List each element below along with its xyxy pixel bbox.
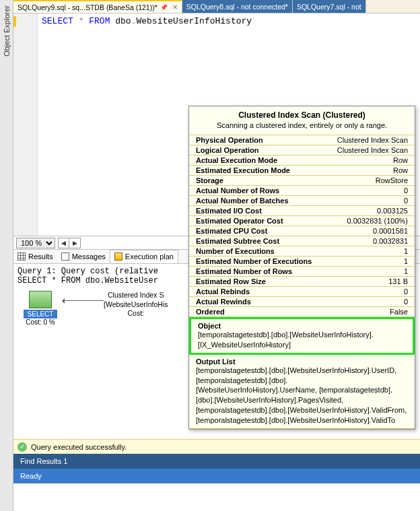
tooltip-subtitle: Scanning a clustered index, entirely or … xyxy=(189,121,415,135)
messages-icon xyxy=(61,252,69,261)
tab-label: SQLQuery9.sql - sq...STDB (BaneSa (121))… xyxy=(18,3,158,11)
tooltip-props: Physical OperationClustered Index Scan L… xyxy=(189,135,415,317)
zoom-nav: ◀ ▶ xyxy=(58,238,81,248)
operator-tooltip: Clustered Index Scan (Clustered) Scannin… xyxy=(188,106,415,430)
success-icon: ✓ xyxy=(18,442,27,452)
object-explorer-sidebar[interactable]: Object Explorer xyxy=(0,0,13,511)
tab-sqlquery7[interactable]: SQLQuery7.sql - not xyxy=(293,0,366,13)
plan-arrow xyxy=(63,300,104,301)
pin-icon[interactable]: 📌 xyxy=(160,4,168,11)
nav-right-icon[interactable]: ▶ xyxy=(69,238,80,248)
results-tab[interactable]: Results xyxy=(13,250,57,263)
tab-sqlquery8[interactable]: SQLQuery8.sql - not connected* xyxy=(182,0,293,13)
status-text: Query executed successfully. xyxy=(31,443,127,451)
grid-icon xyxy=(18,252,26,261)
object-explorer-label: Object Explorer xyxy=(3,3,11,59)
find-results-bar[interactable]: Find Results 1 xyxy=(13,454,420,469)
editor-gutter xyxy=(13,13,38,236)
document-tabs: SQLQuery9.sql - sq...STDB (BaneSa (121))… xyxy=(13,0,420,13)
status-bar: ✓ Query executed successfully. xyxy=(13,439,420,454)
tooltip-output-section: Output List [temporalstagetestdb].[dbo].… xyxy=(189,355,415,429)
messages-tab[interactable]: Messages xyxy=(57,250,110,263)
tab-label: SQLQuery8.sql - not connected* xyxy=(186,3,288,11)
ready-bar: Ready xyxy=(13,469,420,483)
select-node-icon xyxy=(29,291,52,308)
execution-plan-tab[interactable]: Execution plan xyxy=(110,250,178,263)
plan-node-select[interactable]: SELECT Cost: 0 % xyxy=(18,291,63,326)
execution-plan-icon xyxy=(114,252,123,261)
tab-sqlquery9[interactable]: SQLQuery9.sql - sq...STDB (BaneSa (121))… xyxy=(13,0,182,13)
tooltip-title: Clustered Index Scan (Clustered) xyxy=(189,106,415,121)
tooltip-object-section: Object [temporalstagetestdb].[dbo].[Webs… xyxy=(189,317,415,355)
plan-node-cis-label: Clustered Index S [WebsiteUserInfoHis Co… xyxy=(104,291,168,318)
zoom-select[interactable]: 100 % xyxy=(16,238,55,248)
tab-label: SQLQuery7.sql - not xyxy=(297,3,361,11)
close-icon[interactable]: × xyxy=(173,3,178,12)
nav-left-icon[interactable]: ◀ xyxy=(59,238,69,248)
